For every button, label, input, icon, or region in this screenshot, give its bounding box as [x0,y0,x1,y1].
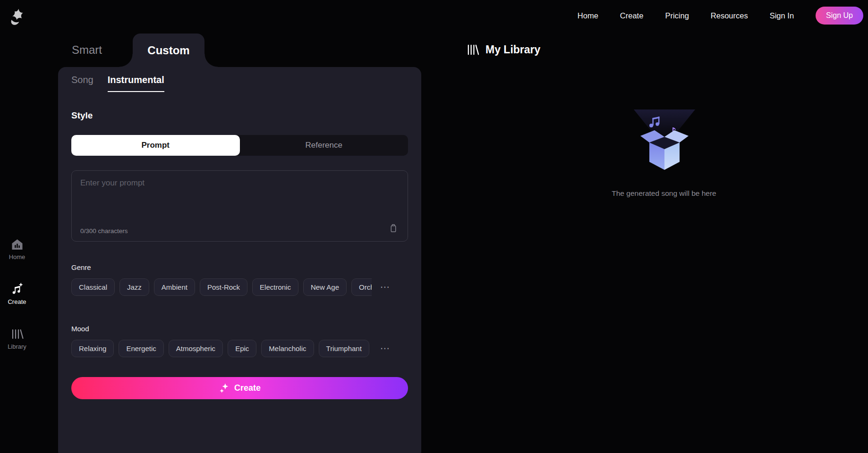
genre-chip[interactable]: Electronic [252,278,298,296]
tab-custom-label: Custom [147,44,189,57]
genre-chip-list: ClassicalJazzAmbientPost-RockElectronicN… [71,278,372,296]
library-empty-message: The generated song will be here [588,189,740,198]
genre-row: ClassicalJazzAmbientPost-RockElectronicN… [71,278,408,296]
toggle-reference-button[interactable]: Reference [240,135,408,156]
toggle-prompt-button[interactable]: Prompt [71,135,240,156]
create-button[interactable]: Create [71,377,408,399]
character-counter: 0/300 characters [80,227,128,235]
genre-chip[interactable]: Ambient [154,278,195,296]
nav-link[interactable]: Sign In [770,11,794,20]
create-button-label: Create [234,383,261,393]
mood-chip[interactable]: Relaxing [71,340,114,357]
genre-more-button[interactable]: ⋯ [378,278,391,296]
mood-chip[interactable]: Energetic [119,340,163,357]
clear-prompt-button[interactable] [387,221,400,236]
mood-row: RelaxingEnergeticAtmosphericEpicMelancho… [71,340,408,357]
app-root: HomeCreatePricingResourcesSign In Sign U… [0,0,868,453]
genre-label: Genre [71,263,91,271]
sidebar-label-home: Home [9,253,26,260]
nav-link[interactable]: Home [578,11,598,20]
mood-more-button[interactable]: ⋯ [378,340,391,357]
nav-link[interactable]: Pricing [665,11,689,20]
trash-icon [389,223,398,233]
library-icon [11,328,24,340]
tab-instrumental[interactable]: Instrumental [108,75,164,92]
creator-panel: Song Instrumental Style Prompt Reference… [58,67,421,453]
mood-label: Mood [71,325,89,333]
library-header: My Library [467,43,540,56]
empty-box-illustration [624,108,705,174]
mood-chip[interactable]: Epic [228,340,256,357]
genre-chip[interactable]: Classical [71,278,115,296]
prompt-textarea[interactable] [72,171,408,220]
library-title: My Library [485,43,540,56]
sign-up-button[interactable]: Sign Up [816,7,863,25]
prompt-input-box: 0/300 characters [71,170,408,242]
type-tabs: Song Instrumental [71,75,164,92]
sidebar-item-create[interactable]: Create [0,282,34,305]
nav-link[interactable]: Resources [711,11,748,20]
genre-chip[interactable]: Jazz [119,278,149,296]
mood-chip[interactable]: Melancholic [261,340,314,357]
genre-chip[interactable]: Post-Rock [200,278,247,296]
mood-chip[interactable]: Atmospheric [169,340,223,357]
sidebar-label-create: Create [8,298,26,305]
genre-chip[interactable]: Orchestral [351,278,372,296]
create-icon [10,282,24,295]
mood-chip[interactable]: Triumphant [319,340,369,357]
nav-link[interactable]: Create [620,11,644,20]
mood-chip-list: RelaxingEnergeticAtmosphericEpicMelancho… [71,340,372,357]
sidebar-item-library[interactable]: Library [0,328,34,350]
style-heading: Style [71,110,93,121]
sparkles-icon [219,383,230,394]
top-navigation: HomeCreatePricingResourcesSign In Sign U… [578,0,863,31]
sidebar-label-library: Library [8,343,26,350]
sidebar-item-home[interactable]: Home [0,238,34,260]
home-icon [11,238,24,251]
my-library-icon [467,43,479,56]
style-source-toggle: Prompt Reference [71,135,408,156]
brand-logo-icon[interactable] [6,6,29,29]
tab-custom[interactable]: Custom [133,34,204,67]
tab-smart[interactable]: Smart [72,43,102,57]
genre-chip[interactable]: New Age [303,278,347,296]
tab-song[interactable]: Song [71,75,94,92]
